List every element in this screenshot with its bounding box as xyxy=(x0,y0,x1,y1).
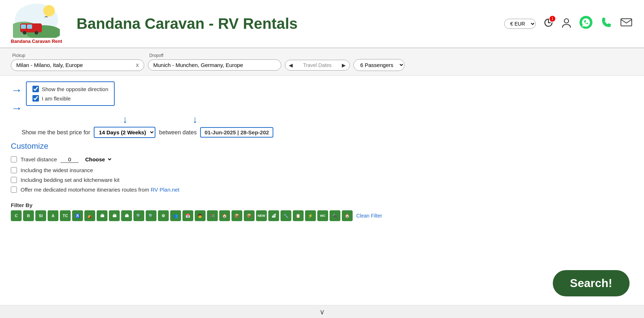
filter-icon-tent1[interactable]: ⛺ xyxy=(84,210,95,221)
travel-dates-wrap[interactable]: ◀ Travel Dates ▶ xyxy=(285,60,350,71)
user-icon[interactable] xyxy=(561,17,572,31)
best-price-prefix: Show me the best price for xyxy=(22,129,90,136)
filter-icon-couple[interactable]: 👫 xyxy=(207,210,218,221)
pickup-clear-button[interactable]: x xyxy=(136,62,139,68)
header-right: € EUR 1 xyxy=(504,15,633,32)
pickup-label: Pickup xyxy=(11,53,144,58)
insurance-checkbox[interactable] xyxy=(11,167,17,173)
dropoff-field-group: Dropoff xyxy=(148,53,281,71)
pickup-field-group: Pickup x xyxy=(11,53,144,71)
choose-select[interactable]: Choose xyxy=(82,155,113,164)
options-box: Show the opposite direction I am flexibl… xyxy=(26,81,115,106)
logo-area: Bandana Caravan Rent xyxy=(11,4,62,44)
flexible-row-chk: I am flexible xyxy=(32,95,108,102)
filter-icon-search1[interactable]: 🔍 xyxy=(133,210,144,221)
filter-icon-camp[interactable]: 🏕 xyxy=(268,210,279,221)
mail-icon[interactable] xyxy=(619,15,633,32)
travel-distance-label[interactable]: Travel distance xyxy=(21,156,57,162)
rv-plan-link[interactable]: RV Plan.net xyxy=(151,187,180,193)
svg-point-9 xyxy=(564,19,569,23)
filter-icon-child[interactable]: 🧒 xyxy=(195,210,206,221)
filter-icon-wc[interactable]: WC xyxy=(317,210,328,221)
travel-distance-input[interactable] xyxy=(61,156,79,163)
itineraries-checkbox[interactable] xyxy=(11,187,17,193)
logo-text: Bandana Caravan Rent xyxy=(11,39,62,44)
filter-icons-row: C B SI A TC ♿ ⛺ 🏔 🏔 🏔 🔍 🔍 ⚙ 👥 📅 🧒 👫 🏠 📦 … xyxy=(11,210,633,221)
dropoff-label: Dropoff xyxy=(148,53,281,58)
filter-icon-wrench[interactable]: 🔧 xyxy=(281,210,291,221)
best-price-between: between dates xyxy=(159,129,197,136)
header: Bandana Caravan Rent Bandana Caravan - R… xyxy=(0,0,644,48)
travel-distance-row: Travel distance Choose xyxy=(11,155,633,164)
show-opposite-row: Show the opposite direction xyxy=(32,86,108,92)
filter-icon-box2[interactable]: 📦 xyxy=(244,210,255,221)
filter-icon-search2[interactable]: 🔍 xyxy=(146,210,156,221)
currency-select[interactable]: € EUR xyxy=(504,19,536,29)
best-price-row: Show me the best price for 14 Days (2 We… xyxy=(11,127,633,138)
bedding-label[interactable]: Including bedding set and kitchenware ki… xyxy=(21,177,119,183)
filter-icon-clipboard[interactable]: 📋 xyxy=(293,210,304,221)
filter-icon-box1[interactable]: 📦 xyxy=(231,210,242,221)
svg-rect-11 xyxy=(621,19,632,26)
travel-dates-label: Travel Dates xyxy=(296,62,339,68)
bedding-row: Including bedding set and kitchenware ki… xyxy=(11,177,633,183)
flexible-label[interactable]: I am flexible xyxy=(42,95,71,102)
filter-icon-a[interactable]: A xyxy=(48,210,58,221)
filter-icon-home[interactable]: 🏠 xyxy=(219,210,230,221)
site-title: Bandana Caravan - RV Rentals xyxy=(76,15,504,32)
itineraries-row: Offer me dedicated motorhome itineraries… xyxy=(11,187,633,193)
dropoff-input[interactable] xyxy=(153,62,276,68)
logo-image xyxy=(13,4,60,38)
show-opposite-checkbox[interactable] xyxy=(32,86,39,92)
filter-icon-mt3[interactable]: 🏔 xyxy=(121,210,132,221)
customize-title: Customize xyxy=(11,142,633,151)
filter-icon-wheelchair[interactable]: ♿ xyxy=(72,210,83,221)
annotation-arrows: → → xyxy=(11,84,22,114)
filter-icon-house[interactable]: 🏠 xyxy=(342,210,353,221)
svg-point-8 xyxy=(35,31,38,35)
svg-rect-6 xyxy=(27,24,32,29)
options-area: → → Show the opposite direction I am fle… xyxy=(0,76,644,138)
filter-icon-mt2[interactable]: 🏔 xyxy=(109,210,120,221)
annotation-arrow-duration: ↓ xyxy=(123,115,128,125)
filter-icon-plug[interactable]: 🔌 xyxy=(330,210,340,221)
insurance-label[interactable]: Including the widest insurance xyxy=(21,167,93,173)
filter-icon-c[interactable]: C xyxy=(11,210,22,221)
pickup-input[interactable] xyxy=(16,62,134,68)
filter-icon-mt1[interactable]: 🏔 xyxy=(97,210,107,221)
travel-dates-next-button[interactable]: ▶ xyxy=(342,62,346,68)
insurance-row: Including the widest insurance xyxy=(11,167,633,173)
clean-filter-link[interactable]: Clean Filter xyxy=(356,213,382,219)
filter-icon-new[interactable]: NEW xyxy=(256,210,267,221)
filter-icon-calendar[interactable]: 📅 xyxy=(182,210,193,221)
filter-section: Filter By C B SI A TC ♿ ⛺ 🏔 🏔 🏔 🔍 🔍 ⚙ 👥 … xyxy=(0,200,644,225)
passengers-select[interactable]: 6 Passengers xyxy=(353,59,405,71)
dates-range-box[interactable]: 01-Jun-2025 | 28-Sep-202 xyxy=(200,127,273,138)
travel-dates-field-group: ◀ Travel Dates ▶ xyxy=(285,53,350,71)
passengers-field-group: 6 Passengers xyxy=(353,53,405,71)
itineraries-label[interactable]: Offer me dedicated motorhome itineraries… xyxy=(21,187,180,193)
filter-icon-si[interactable]: SI xyxy=(35,210,46,221)
dropoff-input-wrap[interactable] xyxy=(148,59,281,71)
travel-distance-checkbox[interactable] xyxy=(11,156,17,162)
svg-point-1 xyxy=(43,5,55,17)
history-icon[interactable]: 1 xyxy=(543,17,554,31)
annotation-arrow-dates: ↓ xyxy=(193,115,198,125)
bedding-checkbox[interactable] xyxy=(11,177,17,183)
filter-icon-lightning[interactable]: ⚡ xyxy=(305,210,316,221)
show-opposite-label[interactable]: Show the opposite direction xyxy=(42,86,108,92)
contact-icons xyxy=(579,15,633,32)
whatsapp-icon[interactable] xyxy=(579,15,593,32)
search-row: Pickup x Dropoff ◀ Travel Dates ▶ 6 Pa xyxy=(11,53,633,71)
pickup-input-wrap[interactable]: x xyxy=(11,59,144,71)
svg-point-7 xyxy=(23,31,26,35)
travel-dates-prev-button[interactable]: ◀ xyxy=(289,62,293,68)
filter-icon-b[interactable]: B xyxy=(23,210,34,221)
filter-icon-gear[interactable]: ⚙ xyxy=(158,210,169,221)
filter-icon-people[interactable]: 👥 xyxy=(170,210,181,221)
duration-select[interactable]: 14 Days (2 Weeks) xyxy=(94,127,155,138)
flexible-checkbox[interactable] xyxy=(32,95,39,102)
filter-icon-tc[interactable]: TC xyxy=(60,210,71,221)
search-bar: Pickup x Dropoff ◀ Travel Dates ▶ 6 Pa xyxy=(0,48,644,76)
phone-icon[interactable] xyxy=(599,15,613,32)
